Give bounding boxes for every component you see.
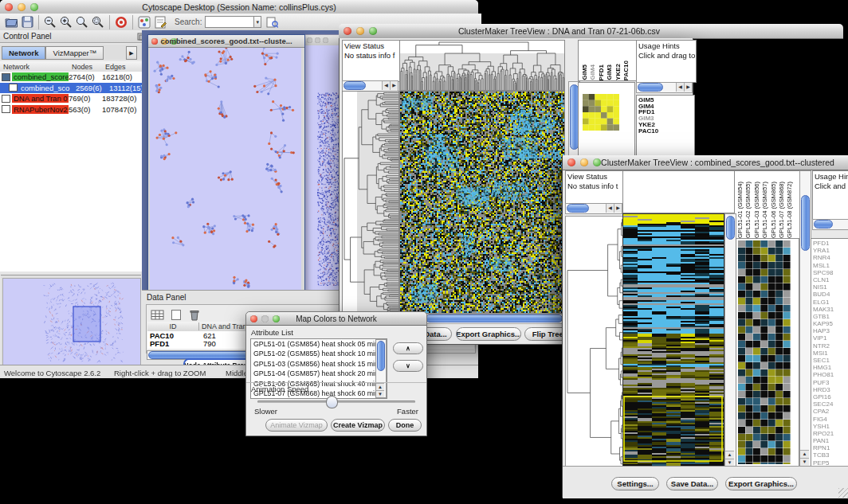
scroll-up-icon[interactable]: ▲: [725, 451, 734, 459]
help-lifesaver-icon[interactable]: [113, 14, 129, 30]
treeview2-main-vscrollbar[interactable]: ▲ ▼: [724, 213, 736, 467]
close-icon[interactable]: [307, 37, 312, 43]
scroll-up-icon[interactable]: ▲: [376, 383, 384, 390]
create-vizmap-button[interactable]: Create Vizmap: [331, 419, 385, 432]
search-dropdown-icon[interactable]: ▾: [254, 16, 261, 28]
treeview2-detail-heatmap[interactable]: [738, 240, 791, 464]
network-table-row[interactable]: combined_scores 2764(0) 16218(0): [0, 72, 142, 83]
gene-label[interactable]: RNR4: [811, 254, 848, 261]
scroll-right-icon[interactable]: ▶: [390, 81, 398, 90]
background-network-window[interactable]: [304, 34, 343, 294]
network-table-row[interactable]: DNA and Tran 07 769(0) 183728(0): [0, 93, 142, 104]
cytoscape-titlebar[interactable]: Cytoscape Desktop (Session Name: collins…: [0, 0, 478, 14]
gene-label[interactable]: RPN1: [811, 444, 848, 451]
array-column-label[interactable]: GPL51-01 (GSM854): [737, 182, 744, 238]
delete-attribute-icon[interactable]: [186, 307, 202, 322]
gene-label[interactable]: CPA2: [811, 408, 848, 415]
scroll-down-icon[interactable]: ▼: [800, 458, 809, 466]
tab-overflow-button[interactable]: ▶: [126, 46, 137, 60]
gene-label[interactable]: VIP1: [811, 334, 848, 342]
matrix-col-label[interactable]: PFD1: [599, 64, 605, 80]
treeview1-heatmap[interactable]: [399, 91, 565, 314]
matrix-col-label[interactable]: PAC10: [623, 61, 630, 80]
array-column-label[interactable]: GPL51-07 (GSM868): [779, 182, 785, 238]
treeview2-row-dendrogram[interactable]: [565, 216, 623, 467]
minimize-icon[interactable]: [315, 37, 320, 43]
gene-label[interactable]: KAP95: [811, 320, 848, 327]
slider-thumb[interactable]: [326, 396, 338, 408]
gene-label[interactable]: ELG1: [811, 299, 848, 306]
gene-label[interactable]: MAK31: [811, 306, 848, 313]
scroll-right-icon[interactable]: ▶: [614, 204, 622, 213]
search-input[interactable]: [205, 16, 254, 28]
table-mode-icon[interactable]: [149, 307, 165, 322]
gene-label[interactable]: YRA1: [811, 247, 848, 254]
gene-label[interactable]: SEC24: [811, 400, 848, 408]
scroll-up-icon[interactable]: ▲: [800, 450, 809, 458]
scroll-left-icon[interactable]: ◀: [606, 204, 614, 213]
treeview1-status-hscrollbar[interactable]: ◀ ▶: [342, 80, 398, 92]
treeview2-usage-hscrollbar[interactable]: [812, 219, 848, 230]
gene-label[interactable]: HAP3: [811, 327, 848, 334]
treeview2-titlebar[interactable]: ClusterMaker TreeView : combined_scores_…: [563, 155, 848, 170]
treeview1-column-dendrogram[interactable]: [399, 40, 565, 91]
array-column-label[interactable]: GPL51-04 (GSM857): [762, 182, 768, 238]
gene-label[interactable]: GPI16: [811, 393, 848, 400]
matrix-col-label[interactable]: GIM5: [582, 64, 588, 80]
matrix-col-label[interactable]: GIM4: [590, 64, 596, 80]
birdseye-canvas[interactable]: [2, 278, 141, 367]
attribute-list-scrollbar[interactable]: ▲ ▼: [375, 339, 387, 398]
gene-label[interactable]: SPC98: [811, 269, 848, 276]
scroll-left-icon[interactable]: ◀: [382, 81, 390, 90]
attribute-list-item[interactable]: GPL51-04 (GSM857) heat shock 20 min: [251, 369, 387, 378]
attribute-list-item[interactable]: GPL51-02 (GSM855) heat shock 10 min: [251, 349, 387, 358]
array-column-label[interactable]: GPL51-03 (GSM856): [754, 182, 760, 238]
zoom-window-icon[interactable]: [323, 37, 328, 43]
gene-label[interactable]: SEC1: [811, 357, 848, 364]
zoom-in-icon[interactable]: [58, 14, 74, 30]
save-data-button[interactable]: Save Data...: [666, 477, 718, 490]
array-column-label[interactable]: GPL51-06 (GSM865): [771, 182, 777, 238]
matrix-row-label[interactable]: PAC10: [638, 128, 694, 135]
gene-label[interactable]: NIS1: [811, 283, 848, 291]
gene-label[interactable]: PFD1: [811, 240, 848, 247]
done-button[interactable]: Done: [388, 419, 422, 432]
gene-label[interactable]: PUF3: [811, 379, 848, 386]
attribute-list-item[interactable]: GPL51-01 (GSM854) heat shock 05 min: [251, 339, 387, 349]
network-table-row[interactable]: RNAPuberNov2+ 563(0) 107847(0): [0, 104, 142, 115]
network-view-titlebar[interactable]: combined_scores_good.txt--cluste...: [148, 35, 304, 48]
control-panel-tab[interactable]: VizMapper™: [45, 46, 104, 60]
gene-label[interactable]: YSH1: [811, 423, 848, 430]
zoom-fit-icon[interactable]: [74, 14, 90, 30]
scroll-down-icon[interactable]: ▼: [376, 390, 384, 397]
birdseye-panel[interactable]: [1, 275, 141, 368]
treeview2-detail-vscrollbar[interactable]: ▲ ▼: [799, 170, 811, 467]
resize-grip[interactable]: [838, 488, 848, 498]
network-graph-canvas[interactable]: [150, 48, 301, 291]
gene-label[interactable]: HRD3: [811, 386, 848, 393]
array-column-label[interactable]: GPL51-02 (GSM855): [745, 182, 752, 238]
attribute-list-item[interactable]: GPL51-03 (GSM856) heat shock 15 min: [251, 359, 387, 369]
gene-label[interactable]: TCB3: [811, 451, 848, 459]
zoom-out-icon[interactable]: [42, 14, 58, 30]
gene-label[interactable]: FIG4: [811, 416, 848, 423]
matrix-col-label[interactable]: GIM3: [607, 64, 613, 80]
move-up-button[interactable]: ∧: [393, 342, 423, 354]
new-attribute-icon[interactable]: [168, 307, 184, 322]
scroll-left-icon[interactable]: ◀: [676, 83, 684, 92]
dialog-titlebar[interactable]: Map Colors to Network: [246, 312, 426, 326]
gene-label[interactable]: MSI1: [811, 350, 848, 357]
treeview1-row-dendrogram[interactable]: [342, 91, 399, 314]
treeview1-usage-hscrollbar[interactable]: ◀ ▶: [636, 82, 693, 93]
export-graphics-button[interactable]: Export Graphics...: [725, 477, 797, 490]
scroll-right-icon[interactable]: ▶: [684, 83, 692, 92]
treeview2-column-tree-area[interactable]: [622, 170, 735, 213]
animate-vizmap-button[interactable]: Animate Vizmap: [265, 419, 328, 432]
gene-label[interactable]: MSL1: [811, 262, 848, 269]
vizmapper-icon[interactable]: [136, 14, 152, 30]
zoom-selected-icon[interactable]: [90, 14, 106, 30]
annotation-icon[interactable]: [152, 14, 168, 30]
open-file-icon[interactable]: [3, 14, 19, 30]
array-column-label[interactable]: GPL51-08 (GSM872): [787, 182, 793, 238]
control-panel-tab[interactable]: Network: [2, 46, 45, 60]
